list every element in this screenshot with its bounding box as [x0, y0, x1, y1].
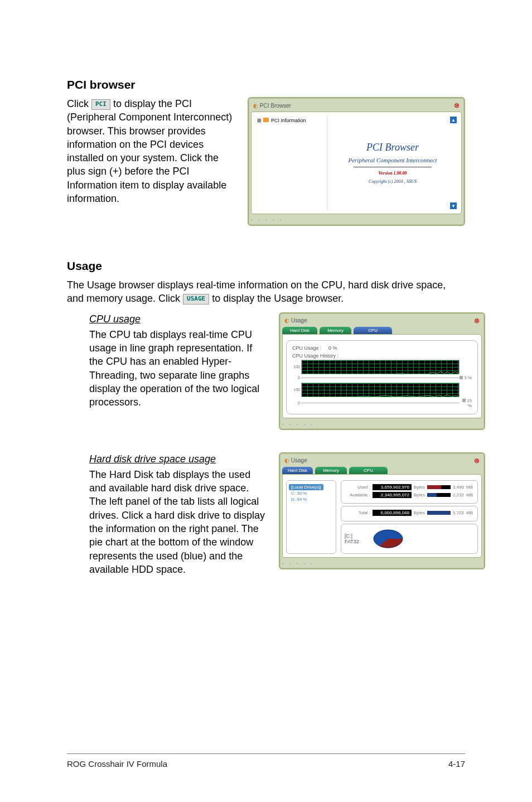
hdd-window-thumb: ◐ Usage ⊗ Hard Disk Memory CPU [Local Dr…	[279, 452, 485, 569]
total-unit: Bytes	[414, 510, 425, 515]
cpu-window-thumb: ◐ Usage ⊗ Hard Disk Memory CPU CPU Usage…	[279, 312, 485, 430]
divider	[354, 167, 432, 167]
hdd-drive-c[interactable]: C: 38 %	[291, 490, 333, 496]
resize-grip-icon[interactable]: ▪ ▪ ▪ ▪ ▪	[282, 561, 482, 566]
hdd-tabs: Hard Disk Memory CPU	[282, 467, 482, 474]
pci-tree-root-label: PCI Information	[271, 118, 306, 123]
tab-cpu[interactable]: CPU	[349, 467, 388, 474]
hdd-layout: [Local Drive(s)] C: 38 % D: 99 % Used : …	[286, 480, 478, 554]
cpu-window-titlebar: ◐ Usage ⊗	[282, 316, 482, 327]
pie-labels: [C:] FAT32	[345, 533, 367, 544]
pci-tree-root-item[interactable]: ⊞ PCI Information	[257, 118, 325, 123]
total-bar-fill	[427, 511, 451, 515]
total-bytes: 6,000,898,048	[373, 510, 412, 516]
used-bar	[427, 485, 451, 489]
pci-window-titlebar: ◐ PCI Browser ⊗	[251, 100, 462, 112]
pci-para-post: to display the PCI (Peripheral Component…	[67, 98, 232, 204]
pie-drive-label: [C:]	[345, 533, 367, 539]
scroll-down-icon[interactable]: ▼	[450, 202, 457, 209]
hdd-subheading: Hard disk drive space usage	[89, 452, 268, 466]
cpu-panel: CPU Usage : 0 % CPU Usage History : 100	[286, 340, 478, 414]
close-icon[interactable]: ⊗	[474, 457, 480, 465]
scroll-up-icon[interactable]: ▲	[450, 117, 457, 123]
cpu-graph-1-base	[301, 378, 460, 378]
pci-section: PCI browser Click PCI to display the PCI…	[67, 78, 465, 226]
pci-main-subtitle: Peripheral Component Interconnect	[348, 157, 437, 163]
cpu-graph-row-2-bot: 0 15 %	[292, 398, 472, 408]
hdd-list-header: [Local Drive(s)]	[289, 484, 323, 490]
usage-intro: The Usage browser displays real-time inf…	[67, 278, 465, 306]
pci-window-globe-icon: ◐	[253, 103, 258, 109]
cpu-window-title: ◐ Usage	[284, 317, 307, 323]
tab-cpu[interactable]: CPU	[354, 327, 392, 334]
hdd-window-title: ◐ Usage	[284, 457, 307, 463]
hdd-subsection: Hard disk drive space usage The Hard Dis…	[89, 452, 465, 577]
tab-memory[interactable]: Memory	[315, 467, 347, 474]
hdd-right-panel: Used : 3,659,902,976 Bytes 3,490 MB Avai…	[341, 480, 478, 554]
pci-window-title: ◐ PCI Browser	[253, 103, 291, 109]
page-footer: ROG Crosshair IV Formula 4-17	[67, 759, 465, 769]
axis-100-a: 100	[292, 365, 301, 369]
cpu-window: ◐ Usage ⊗ Hard Disk Memory CPU CPU Usage…	[279, 312, 485, 430]
hdd-window-titlebar: ◐ Usage ⊗	[282, 456, 482, 467]
hdd-used-avail-box: Used : 3,659,902,976 Bytes 3,490 MB Avai…	[341, 480, 478, 504]
cpu-graph-2	[301, 383, 460, 397]
cpu-subheading: CPU usage	[89, 312, 268, 326]
pci-version: Version 1.00.00	[379, 171, 407, 176]
cpu-spark-2	[302, 392, 459, 395]
pci-heading: PCI browser	[67, 78, 465, 91]
cpu-usage-value: 0 %	[328, 345, 337, 351]
pci-two-col: Click PCI to display the PCI (Peripheral…	[67, 97, 465, 226]
tab-memory[interactable]: Memory	[320, 327, 351, 334]
pci-window-thumb: ◐ PCI Browser ⊗ ⊞ PCI Information	[248, 97, 465, 226]
avail-unit: Bytes	[414, 492, 425, 497]
hdd-pie-box: [C:] FAT32	[341, 524, 478, 554]
cpu-usage-row: CPU Usage : 0 %	[292, 345, 472, 351]
cpu-spark-1	[302, 369, 459, 373]
hdd-used-row: Used : 3,659,902,976 Bytes 3,490 MB	[346, 484, 473, 490]
cpu-history-label: CPU Usage History :	[292, 353, 472, 359]
usage-section: Usage The Usage browser displays real-ti…	[67, 259, 465, 576]
resize-grip-icon[interactable]: ▪ ▪ ▪ ▪ ▪	[282, 422, 482, 427]
cpu-graph-row-2-top: 100	[292, 383, 472, 397]
resize-grip-icon[interactable]: ▪ ▪ ▪ ▪ ▪	[251, 218, 462, 223]
pci-copyright: Copyright (c) 2004 , ASUS	[369, 179, 417, 184]
tab-hard-disk[interactable]: Hard Disk	[282, 327, 317, 334]
usage-button-icon: USAGE	[183, 294, 209, 305]
pci-main-panel: ▲ PCI Browser Peripheral Component Inter…	[327, 115, 458, 210]
footer-rule	[67, 753, 465, 754]
avail-mb-unit: MB	[466, 492, 473, 497]
close-icon[interactable]: ⊗	[454, 102, 460, 109]
tab-hard-disk[interactable]: Hard Disk	[282, 467, 313, 474]
cpu-usage-label: CPU Usage :	[292, 345, 322, 351]
close-icon[interactable]: ⊗	[474, 317, 480, 325]
hdd-avail-row: Available : 2,340,995,072 Bytes 2,232 MB	[346, 492, 473, 498]
footer-right: 4-17	[448, 759, 465, 769]
cpu-graph-row-1-bot: 0 3 %	[292, 375, 472, 380]
used-label: Used :	[346, 485, 370, 490]
hdd-content: [Local Drive(s)] C: 38 % D: 99 % Used : …	[282, 474, 482, 558]
hdd-total-box: Total : 6,000,898,048 Bytes 5,722 MB	[341, 506, 478, 521]
total-bar	[427, 511, 451, 515]
pci-layout: ⊞ PCI Information ▲ PCI Browser Peripher…	[255, 115, 458, 210]
cpu-graph-1	[301, 360, 460, 374]
plus-icon[interactable]: ⊞	[257, 118, 262, 123]
pci-window: ◐ PCI Browser ⊗ ⊞ PCI Information	[248, 97, 465, 226]
pci-text: Click PCI to display the PCI (Peripheral…	[67, 97, 236, 205]
hdd-window-globe-icon: ◐	[284, 457, 289, 463]
cpu-graph-row-1-top: 100	[292, 360, 472, 374]
folder-icon	[263, 118, 269, 122]
hdd-drive-d[interactable]: D: 99 %	[291, 496, 333, 503]
cpu-body: The CPU tab displays real-time CPU usage…	[89, 328, 268, 409]
total-mb: 5,722	[453, 510, 464, 515]
pci-tree[interactable]: ⊞ PCI Information	[255, 115, 327, 210]
avail-bar-fill	[427, 493, 437, 497]
pci-para-pre: Click	[67, 98, 91, 109]
cpu-text-col: CPU usage The CPU tab displays real-time…	[89, 312, 268, 409]
cpu-graph-2-base	[301, 403, 460, 403]
avail-mb: 2,232	[453, 492, 464, 497]
pie-chart	[371, 528, 405, 550]
hdd-total-row: Total : 6,000,898,048 Bytes 5,722 MB	[346, 510, 473, 516]
used-mb: 3,490	[453, 485, 464, 490]
used-bar-fill	[427, 485, 441, 489]
